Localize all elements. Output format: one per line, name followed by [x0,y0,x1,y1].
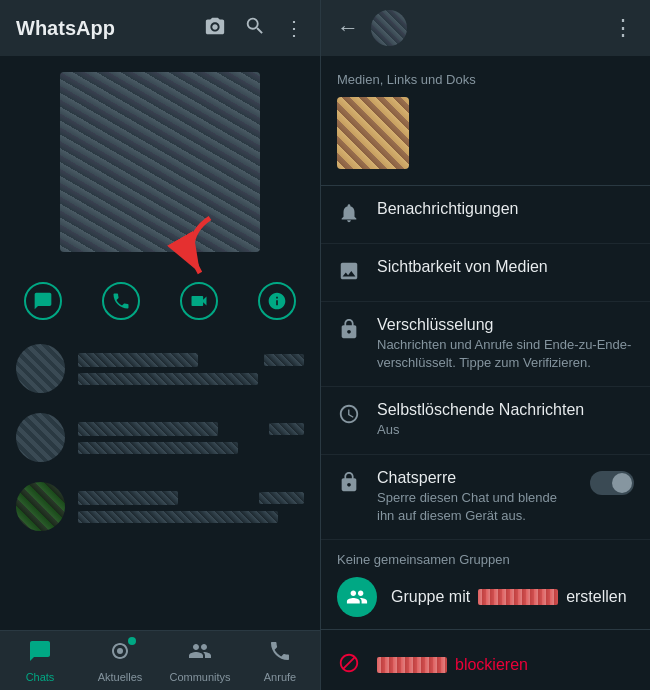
timer-icon [337,403,361,430]
action-section: blockieren melden [321,630,650,690]
menu-encryption[interactable]: Verschlüsselung Nachrichten und Anrufe s… [321,302,650,387]
chat-item[interactable] [0,403,320,472]
group-name-blurred [478,589,558,605]
chatlock-title: Chatsperre [377,469,574,487]
chat-name [78,353,198,367]
avatar [16,413,65,462]
media-thumbnail[interactable] [337,97,409,169]
more-options-button[interactable]: ⋮ [612,15,634,41]
groups-label: Keine gemeinsamen Gruppen [337,552,634,567]
search-icon[interactable] [244,15,266,42]
chatlock-toggle[interactable] [590,471,634,495]
bottom-nav: Chats Aktuelles Communitys [0,630,320,690]
message-button[interactable] [24,282,62,320]
chats-label: Chats [26,671,55,683]
nav-communitys[interactable]: Communitys [160,633,240,689]
communitys-label: Communitys [169,671,230,683]
aktuelles-label: Aktuelles [98,671,143,683]
video-icon [180,282,218,320]
disappearing-text: Selbstlöschende Nachrichten Aus [377,401,634,439]
image-icon [337,260,361,287]
header-icons: ⋮ [204,15,304,42]
chatlock-icon [337,471,361,498]
notifications-text: Benachrichtigungen [377,200,634,218]
chats-icon [28,639,52,669]
chat-preview [78,442,238,454]
chat-name [78,491,178,505]
call-icon [102,282,140,320]
nav-aktuelles[interactable]: Aktuelles [80,633,160,689]
toggle-thumb [612,473,632,493]
block-name-blurred [377,657,447,673]
chat-list [0,334,320,630]
anrufe-icon [268,639,292,669]
camera-icon[interactable] [204,15,226,42]
message-icon [24,282,62,320]
chat-time [259,492,304,504]
menu-chatlock[interactable]: Chatsperre Sperre diesen Chat und blende… [321,455,650,540]
chat-content [78,353,304,385]
app-title: WhatsApp [16,17,115,40]
right-panel: ← ⋮ Medien, Links und Doks Benachrichtig… [320,0,650,690]
block-icon [337,652,361,679]
bell-icon [337,202,361,229]
disappearing-title: Selbstlöschende Nachrichten [377,401,634,419]
communitys-icon [188,639,212,669]
chat-name [78,422,218,436]
media-section: Medien, Links und Doks [321,56,650,186]
profile-image [60,72,260,252]
chat-time [264,354,304,366]
chat-preview [78,511,278,523]
menu-notifications[interactable]: Benachrichtigungen [321,186,650,244]
notifications-title: Benachrichtigungen [377,200,634,218]
media-visibility-text: Sichtbarkeit von Medien [377,258,634,276]
block-item[interactable]: blockieren [321,638,650,690]
menu-disappearing[interactable]: Selbstlöschende Nachrichten Aus [321,387,650,454]
encryption-text: Verschlüsselung Nachrichten und Anrufe s… [377,316,634,372]
anrufe-label: Anrufe [264,671,296,683]
media-visibility-title: Sichtbarkeit von Medien [377,258,634,276]
profile-section [0,56,320,268]
group-create-icon [337,577,377,617]
group-text: Gruppe mit erstellen [391,588,627,606]
action-buttons-row [0,268,320,334]
lock-icon [337,318,361,345]
encryption-title: Verschlüsselung [377,316,634,334]
right-content: Medien, Links und Doks Benachrichtigunge… [321,56,650,690]
group-with-label: Gruppe mit [391,588,470,606]
create-group-row[interactable]: Gruppe mit erstellen [337,577,634,617]
nav-anrufe[interactable]: Anrufe [240,633,320,689]
block-label: blockieren [455,656,528,674]
chat-preview [78,373,258,385]
call-button[interactable] [102,282,140,320]
left-panel: WhatsApp ⋮ [0,0,320,690]
info-icon [258,282,296,320]
left-header: WhatsApp ⋮ [0,0,320,56]
video-button[interactable] [180,282,218,320]
group-erstellen-label: erstellen [566,588,626,606]
back-button[interactable]: ← [337,15,359,41]
contact-avatar [371,10,407,46]
menu-media-visibility[interactable]: Sichtbarkeit von Medien [321,244,650,302]
info-button[interactable] [258,282,296,320]
avatar [16,344,65,393]
block-text-row: blockieren [377,656,528,674]
encryption-subtitle: Nachrichten und Anrufe sind Ende-zu-Ende… [377,336,634,372]
svg-point-1 [117,648,123,654]
chatlock-subtitle: Sperre diesen Chat und blende ihn auf di… [377,489,574,525]
more-icon[interactable]: ⋮ [284,16,304,40]
chat-time [269,423,304,435]
chatlock-text: Chatsperre Sperre diesen Chat und blende… [377,469,574,525]
chat-item[interactable] [0,472,320,541]
avatar [16,482,65,531]
chat-item[interactable] [0,334,320,403]
aktuelles-dot [128,637,136,645]
media-label: Medien, Links und Doks [337,72,634,87]
nav-chats[interactable]: Chats [0,633,80,689]
chat-content [78,491,304,523]
groups-section: Keine gemeinsamen Gruppen Gruppe mit ers… [321,540,650,630]
disappearing-subtitle: Aus [377,421,634,439]
chat-content [78,422,304,454]
right-header: ← ⋮ [321,0,650,56]
